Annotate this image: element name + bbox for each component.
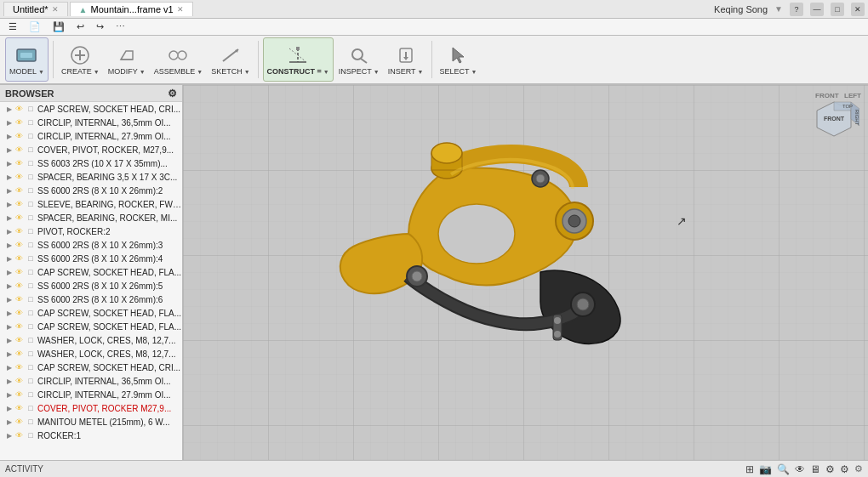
browser-item[interactable]: ▶ 👁 □ SPACER, BEARING 3,5 X 17 X 3C... <box>0 170 182 184</box>
browser-item[interactable]: ▶ 👁 □ SS 6003 2RS (10 X 17 X 35mm)... <box>0 156 182 170</box>
svg-rect-14 <box>296 47 300 50</box>
expand-icon: ▶ <box>7 160 12 168</box>
browser-item[interactable]: ▶ 👁 □ ROCKER:1 <box>0 429 182 442</box>
main-area: BROWSER ⚙ ▶ 👁 □ CAP SCREW, SOCKET HEAD, … <box>0 85 868 460</box>
component-icon: □ <box>26 294 36 304</box>
tab-untitled[interactable]: Untitled* ✕ <box>3 2 68 16</box>
component-icon: □ <box>26 430 36 440</box>
browser-item[interactable]: ▶ 👁 □ SPACER, BEARING, ROCKER, MI... <box>0 211 182 224</box>
browser-item[interactable]: ▶ 👁 □ CAP SCREW, SOCKET HEAD, CRI... <box>0 102 182 116</box>
browser-item[interactable]: ▶ 👁 □ WASHER, LOCK, CRES, M8, 12,7... <box>0 333 182 347</box>
help-icon[interactable]: ? <box>790 3 803 16</box>
visibility-icon: 👁 <box>14 294 24 304</box>
bottom-camera-icon[interactable]: 📷 <box>759 463 772 475</box>
window-restore[interactable]: □ <box>831 3 844 16</box>
browser-item[interactable]: ▶ 👁 □ CIRCLIP, INTERNAL, 36,5mm OI... <box>0 374 182 388</box>
svg-line-16 <box>361 59 367 63</box>
window-close[interactable]: ✕ <box>851 3 865 16</box>
toolbar-insert[interactable]: INSERT ▼ <box>385 37 427 82</box>
sketch-label: SKETCH ▼ <box>211 67 249 76</box>
bottom-grid-icon[interactable]: ⊞ <box>745 463 754 475</box>
toolbar-sketch[interactable]: SKETCH ▼ <box>208 37 253 82</box>
menu-undo[interactable]: ↩ <box>71 20 89 33</box>
create-label: CREATE ▼ <box>61 67 100 76</box>
menu-redo[interactable]: ↪ <box>91 20 109 33</box>
expand-icon: ▶ <box>7 323 12 331</box>
tab-mountain-frame[interactable]: ▲ Mountain...frame v1 ✕ <box>70 2 193 16</box>
insert-icon <box>392 43 420 67</box>
close-tab-frame[interactable]: ✕ <box>177 5 184 14</box>
browser-item[interactable]: ▶ 👁 □ CIRCLIP, INTERNAL, 36,5mm OI... <box>0 116 182 129</box>
expand-icon: ▶ <box>7 405 12 412</box>
browser-item[interactable]: ▶ 👁 □ SS 6000 2RS (8 X 10 X 26mm):3 <box>0 238 182 252</box>
viewcube[interactable]: FRONT TOP RIGHT LEFT FRONT <box>808 94 859 145</box>
toolbar-select[interactable]: SELECT ▼ <box>437 37 481 82</box>
browser-item[interactable]: ▶ 👁 □ CAP SCREW, SOCKET HEAD, FLA... <box>0 320 182 333</box>
bottom-zoom-icon[interactable]: 🔍 <box>777 463 790 475</box>
close-tab-untitled[interactable]: ✕ <box>52 5 59 14</box>
component-icon: □ <box>26 362 36 372</box>
sketch-icon <box>217 43 244 67</box>
expand-icon: ▶ <box>7 228 12 236</box>
browser-item[interactable]: ▶ 👁 □ SS 6000 2RS (8 X 10 X 26mm):4 <box>0 252 182 265</box>
component-icon: □ <box>26 389 36 400</box>
browser-item[interactable]: ▶ 👁 □ CIRCLIP, INTERNAL, 27.9mm OI... <box>0 129 182 143</box>
component-icon: □ <box>26 158 36 168</box>
visibility-icon: 👁 <box>14 403 24 413</box>
expand-icon: ▶ <box>7 255 12 263</box>
inspect-label: INSPECT ▼ <box>339 67 380 76</box>
browser-item-label: ROCKER:1 <box>37 431 81 440</box>
bottom-more-icon[interactable]: ⚙ <box>840 463 849 475</box>
toolbar-modify[interactable]: MODIFY ▼ <box>105 37 149 82</box>
toolbar-inspect[interactable]: INSPECT ▼ <box>335 37 383 82</box>
expand-icon: ▶ <box>7 350 12 358</box>
visibility-icon: 👁 <box>14 430 24 440</box>
visibility-icon: 👁 <box>14 117 24 128</box>
browser-item[interactable]: ▶ 👁 □ CIRCLIP, INTERNAL, 27.9mm OI... <box>0 388 182 401</box>
menu-more[interactable]: ⋯ <box>111 20 130 33</box>
visibility-icon: 👁 <box>14 185 24 196</box>
visibility-icon: 👁 <box>14 172 24 182</box>
user-name: Keqing Song <box>714 4 768 14</box>
component-icon: □ <box>26 213 36 223</box>
browser-item[interactable]: ▶ 👁 □ MANITOU METEL (215mm), 6 W... <box>0 415 182 429</box>
browser-settings-icon[interactable]: ⚙ <box>168 88 177 99</box>
browser-item[interactable]: ▶ 👁 □ SS 6000 2RS (8 X 10 X 26mm):2 <box>0 184 182 197</box>
browser-item[interactable]: ▶ 👁 □ PIVOT, ROCKER:2 <box>0 224 182 238</box>
inspect-icon <box>345 43 373 67</box>
browser-item[interactable]: ▶ 👁 □ SLEEVE, BEARING, ROCKER, FWI... <box>0 197 182 211</box>
toolbar-construct[interactable]: CONSTRUCT = ▼ <box>263 37 334 82</box>
bottom-right-icon[interactable]: ⚙ <box>854 463 863 474</box>
window-minimize[interactable]: — <box>810 3 824 16</box>
bottom-display-icon[interactable]: 🖥 <box>810 463 820 475</box>
viewcube-svg: FRONT TOP RIGHT <box>808 94 859 145</box>
browser-item[interactable]: ▶ 👁 □ COVER, PIVOT, ROCKER M27,9... <box>0 401 182 415</box>
bottom-view-icon[interactable]: 👁 <box>795 463 805 475</box>
expand-icon: ▶ <box>7 432 12 440</box>
menu-new[interactable]: 📄 <box>24 20 46 33</box>
component-icon: □ <box>26 417 36 427</box>
component-icon: □ <box>26 145 36 155</box>
bottom-settings-icon[interactable]: ⚙ <box>825 463 835 475</box>
browser-item-label: SS 6000 2RS (8 X 10 X 26mm):4 <box>37 254 163 264</box>
toolbar-create[interactable]: CREATE ▼ <box>58 37 103 82</box>
browser-item[interactable]: ▶ 👁 □ WASHER, LOCK, CRES, M8, 12,7... <box>0 347 182 361</box>
menu-app[interactable]: ☰ <box>3 20 22 33</box>
expand-icon: ▶ <box>7 378 12 385</box>
component-icon: □ <box>26 253 36 264</box>
browser-item[interactable]: ▶ 👁 □ CAP SCREW, SOCKET HEAD, CRI... <box>0 361 182 374</box>
toolbar-model[interactable]: MODEL ▼ <box>5 37 49 82</box>
browser-item-label: SLEEVE, BEARING, ROCKER, FWI... <box>37 200 182 209</box>
component-icon: □ <box>26 349 36 359</box>
svg-point-7 <box>178 51 186 60</box>
browser-item[interactable]: ▶ 👁 □ CAP SCREW, SOCKET HEAD, FLA... <box>0 306 182 320</box>
menu-save[interactable]: 💾 <box>48 20 70 33</box>
browser-item[interactable]: ▶ 👁 □ SS 6000 2RS (8 X 10 X 26mm):6 <box>0 292 182 306</box>
browser-item[interactable]: ▶ 👁 □ CAP SCREW, SOCKET HEAD, FLA... <box>0 265 182 279</box>
browser-item-label: WASHER, LOCK, CRES, M8, 12,7... <box>37 336 175 345</box>
viewport[interactable]: ↗ FRONT TOP RIGHT LEFT FRONT <box>183 85 868 460</box>
select-label: SELECT ▼ <box>440 67 477 76</box>
toolbar-assemble[interactable]: ASSEMBLE ▼ <box>151 37 206 82</box>
browser-item[interactable]: ▶ 👁 □ COVER, PIVOT, ROCKER, M27,9... <box>0 143 182 156</box>
browser-item[interactable]: ▶ 👁 □ SS 6000 2RS (8 X 10 X 26mm):5 <box>0 279 182 292</box>
